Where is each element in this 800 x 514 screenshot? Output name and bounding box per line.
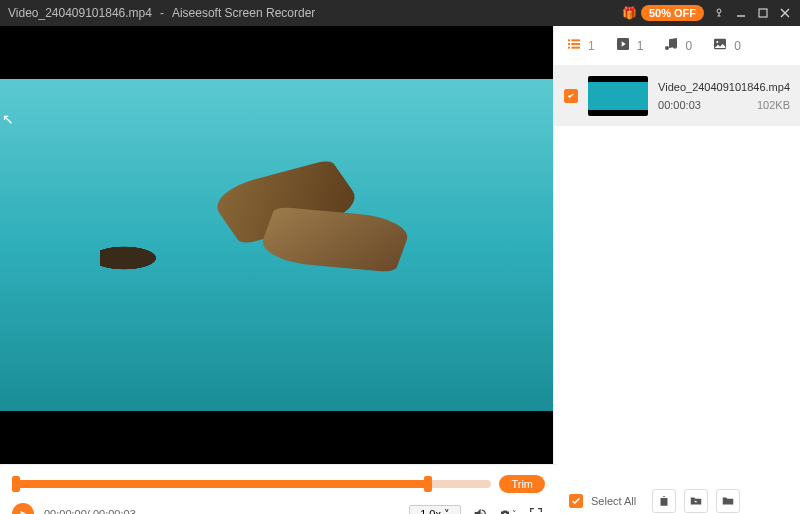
promo-button[interactable]: 🎁 50% OFF bbox=[622, 5, 704, 21]
media-list: Video_240409101846.mp4 00:00:03 102KB bbox=[554, 66, 800, 464]
tab-image-count: 0 bbox=[734, 39, 741, 53]
media-sidebar: 1 1 0 0 Video_240409101846.mp4 bbox=[553, 26, 800, 464]
title-filename: Video_240409101846.mp4 bbox=[8, 6, 152, 20]
chevron-down-icon: ˅ bbox=[512, 509, 517, 514]
tab-list[interactable]: 1 bbox=[566, 36, 595, 55]
svg-rect-10 bbox=[571, 47, 580, 49]
titlebar: Video_240409101846.mp4 - Aiseesoft Scree… bbox=[0, 0, 800, 26]
play-button[interactable] bbox=[12, 503, 34, 514]
promo-badge: 50% OFF bbox=[641, 5, 704, 21]
svg-rect-6 bbox=[571, 39, 580, 41]
video-preview[interactable]: ↖ bbox=[0, 26, 553, 464]
tab-audio-count: 0 bbox=[685, 39, 692, 53]
svg-point-0 bbox=[717, 9, 721, 13]
snapshot-button[interactable]: ˅ bbox=[499, 505, 517, 514]
play-square-icon bbox=[615, 36, 631, 55]
tab-video[interactable]: 1 bbox=[615, 36, 644, 55]
tab-image[interactable]: 0 bbox=[712, 36, 741, 55]
svg-rect-9 bbox=[568, 47, 570, 49]
maximize-button[interactable] bbox=[756, 6, 770, 20]
svg-rect-8 bbox=[571, 43, 580, 45]
cursor-icon: ↖ bbox=[2, 111, 14, 127]
speed-selector[interactable]: 1.0x ˅ bbox=[409, 505, 461, 515]
open-folder-button[interactable] bbox=[684, 489, 708, 513]
close-button[interactable] bbox=[778, 6, 792, 20]
tab-video-count: 1 bbox=[637, 39, 644, 53]
list-icon bbox=[566, 36, 582, 55]
fullscreen-button[interactable] bbox=[527, 505, 545, 514]
select-all-checkbox[interactable] bbox=[569, 494, 583, 508]
title-appname: Aiseesoft Screen Recorder bbox=[172, 6, 315, 20]
unlock-icon[interactable] bbox=[712, 6, 726, 20]
svg-rect-2 bbox=[759, 9, 767, 17]
trim-button[interactable]: Trim bbox=[499, 475, 545, 493]
media-tabs: 1 1 0 0 bbox=[554, 26, 800, 66]
media-thumbnail bbox=[588, 76, 648, 116]
gift-icon: 🎁 bbox=[622, 6, 637, 20]
media-name: Video_240409101846.mp4 bbox=[658, 81, 790, 93]
media-duration: 00:00:03 bbox=[658, 99, 701, 111]
tab-list-count: 1 bbox=[588, 39, 595, 53]
volume-button[interactable] bbox=[471, 505, 489, 514]
delete-button[interactable] bbox=[652, 489, 676, 513]
timeline-slider[interactable] bbox=[12, 480, 491, 488]
media-size: 102KB bbox=[757, 99, 790, 111]
title-separator: - bbox=[160, 6, 164, 20]
preview-content bbox=[0, 79, 553, 412]
media-item[interactable]: Video_240409101846.mp4 00:00:03 102KB bbox=[554, 66, 800, 126]
music-icon bbox=[663, 36, 679, 55]
svg-rect-5 bbox=[568, 39, 570, 41]
image-icon bbox=[712, 36, 728, 55]
chevron-down-icon: ˅ bbox=[444, 508, 450, 515]
tab-audio[interactable]: 0 bbox=[663, 36, 692, 55]
minimize-button[interactable] bbox=[734, 6, 748, 20]
time-display: 00:00:00/ 00:00:03 bbox=[44, 508, 136, 514]
svg-point-13 bbox=[716, 41, 718, 43]
folder-button[interactable] bbox=[716, 489, 740, 513]
item-checkbox[interactable] bbox=[564, 89, 578, 103]
svg-rect-7 bbox=[568, 43, 570, 45]
select-all-label: Select All bbox=[591, 495, 636, 507]
